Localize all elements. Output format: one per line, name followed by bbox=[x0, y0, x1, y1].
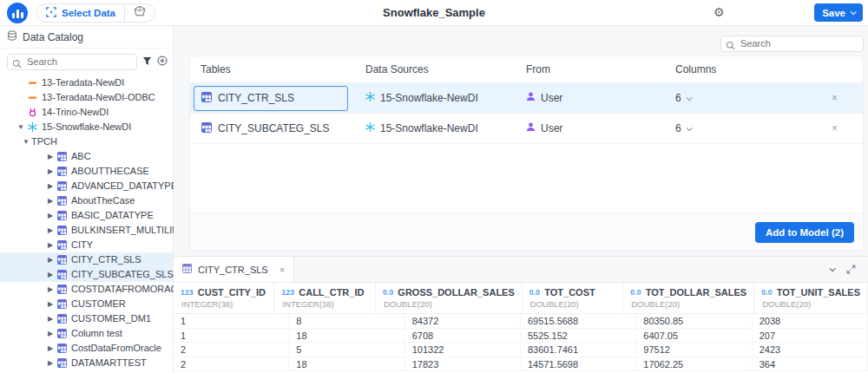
preview-tab-bar: CITY_CTR_SLS × bbox=[174, 257, 868, 283]
caret-right-icon[interactable]: ▶ bbox=[45, 359, 56, 367]
tree-item-city-ctr-sls[interactable]: ▶ CITY_CTR_SLS bbox=[0, 252, 173, 267]
caret-right-icon[interactable]: ▶ bbox=[45, 330, 56, 337]
add-to-model-button[interactable]: Add to Model (2) bbox=[755, 222, 854, 243]
preview-col-tot-unit-sales[interactable]: 0.0TOT_UNIT_SALES DOUBLE(20) bbox=[754, 283, 868, 314]
expand-panel-icon[interactable] bbox=[846, 262, 856, 278]
preview-col-call-ctr-id[interactable]: 123CALL_CTR_ID INTEGER(38) bbox=[274, 283, 375, 314]
caret-right-icon[interactable]: ▶ bbox=[45, 315, 56, 323]
table-row[interactable]: CITY_SUBCATEG_SLS 15-Snowflake-NewDI Use… bbox=[190, 114, 863, 144]
data-cell: 2 bbox=[174, 343, 289, 357]
app-logo[interactable] bbox=[7, 3, 28, 23]
caret-right-icon[interactable]: ▶ bbox=[45, 241, 56, 249]
table-name-cell[interactable]: CITY_CTR_SLS bbox=[194, 86, 348, 111]
caret-right-icon[interactable]: ▶ bbox=[45, 197, 56, 205]
int-type-icon: 123 bbox=[281, 288, 294, 297]
col-header-tables: Tables bbox=[190, 63, 355, 75]
from-cell: User bbox=[516, 122, 665, 134]
data-cell: 1 bbox=[174, 314, 289, 329]
caret-right-icon[interactable]: ▶ bbox=[45, 182, 56, 190]
sidebar-search-input[interactable] bbox=[7, 54, 137, 70]
sidebar-search-row bbox=[0, 49, 173, 74]
model-view-button[interactable] bbox=[125, 4, 155, 22]
table-row[interactable]: CITY_CTR_SLS 15-Snowflake-NewDI User 6 × bbox=[190, 83, 863, 114]
tab-close-icon[interactable]: × bbox=[279, 265, 285, 275]
user-icon bbox=[526, 122, 536, 134]
caret-right-icon[interactable]: ▶ bbox=[45, 153, 56, 160]
data-cell: 97512 bbox=[636, 343, 752, 357]
tree-item-customer-dm1[interactable]: ▶ CUSTOMER_DM1 bbox=[0, 311, 173, 326]
table-icon bbox=[56, 358, 68, 368]
tree-item-aboutthecase-upper[interactable]: ▶ ABOUTTHECASE bbox=[0, 164, 173, 179]
remove-table-button[interactable]: × bbox=[821, 122, 863, 134]
tree-item-datamarttest[interactable]: ▶ DATAMARTTEST bbox=[0, 356, 173, 370]
data-cell: 83601.7461 bbox=[521, 343, 636, 357]
tab-city-ctr-sls[interactable]: CITY_CTR_SLS × bbox=[174, 257, 294, 282]
tree-item-city[interactable]: ▶ CITY bbox=[0, 238, 173, 252]
database-icon bbox=[7, 30, 17, 43]
data-cell: 6407.05 bbox=[636, 329, 752, 344]
preview-col-gross-dollar-sales[interactable]: 0.0GROSS_DOLLAR_SALES DOUBLE(20) bbox=[376, 283, 523, 314]
tree-item-advanced-datatype[interactable]: ▶ ADVANCED_DATATYPE bbox=[0, 179, 173, 193]
double-type-icon: 0.0 bbox=[383, 288, 393, 297]
caret-right-icon[interactable]: ▶ bbox=[45, 271, 56, 278]
caret-right-icon[interactable]: ▶ bbox=[45, 256, 56, 264]
preview-col-tot-dollar-sales[interactable]: 0.0TOT_DOLLAR_SALES DOUBLE(20) bbox=[623, 283, 754, 314]
caret-right-icon[interactable]: ▶ bbox=[45, 212, 56, 219]
table-name-cell[interactable]: CITY_SUBCATEG_SLS bbox=[194, 116, 348, 141]
snowflake-icon bbox=[26, 122, 38, 132]
data-cell: 69515.5688 bbox=[521, 314, 636, 329]
columns-dropdown[interactable]: 6 bbox=[665, 92, 821, 104]
snowflake-icon bbox=[365, 92, 375, 104]
caret-right-icon[interactable]: ▶ bbox=[45, 285, 56, 293]
filter-funnel-icon[interactable] bbox=[142, 54, 152, 69]
tree-item-basic-datatype[interactable]: ▶ BASIC_DATATYPE bbox=[0, 208, 173, 223]
tree-item-costdatafromoracle[interactable]: ▶ CostDataFromOracle bbox=[0, 341, 173, 356]
preview-data-row: 2 18 17823 14571.5698 17062.25 364 bbox=[174, 357, 868, 372]
tree-item-14-trino-newdi[interactable]: 14-Trino-NewDI bbox=[0, 105, 173, 120]
table-search bbox=[720, 35, 864, 52]
table-icon bbox=[201, 122, 212, 135]
double-type-icon: 0.0 bbox=[630, 288, 641, 297]
tree-item-column-test[interactable]: ▶ Column test bbox=[0, 326, 173, 341]
card-footer: Add to Model (2) bbox=[190, 213, 863, 251]
tree-item-city-subcateg-sls[interactable]: ▶ CITY_SUBCATEG_SLS bbox=[0, 267, 173, 282]
data-source-name: 15-Snowflake-NewDI bbox=[380, 92, 478, 104]
tree-item-13-teradata-newdi[interactable]: 13-Teradata-NewDI bbox=[0, 75, 173, 90]
caret-down-icon[interactable]: ▼ bbox=[16, 123, 26, 131]
caret-right-icon[interactable]: ▶ bbox=[45, 226, 56, 234]
save-button[interactable]: Save bbox=[814, 3, 863, 22]
col-header-from: From bbox=[516, 63, 665, 75]
tree-item-customer[interactable]: ▶ CUSTOMER bbox=[0, 297, 173, 311]
caret-down-icon[interactable]: ▼ bbox=[21, 138, 31, 146]
data-source-name: 15-Snowflake-NewDI bbox=[380, 122, 478, 134]
table-icon bbox=[56, 314, 68, 324]
tree-item-costdatafromoracle-upper[interactable]: ▶ COSTDATAFROMORACLE bbox=[0, 282, 173, 297]
columns-dropdown[interactable]: 6 bbox=[665, 122, 821, 134]
settings-gear-icon[interactable]: ⚙ bbox=[713, 6, 725, 18]
tree-item-tpch[interactable]: ▼ TPCH bbox=[0, 134, 173, 149]
collapse-panel-chevron-icon[interactable] bbox=[830, 265, 836, 272]
tree-item-abc[interactable]: ▶ ABC bbox=[0, 149, 173, 164]
caret-right-icon[interactable]: ▶ bbox=[45, 344, 56, 352]
tree-item-13-teradata-newdi-odbc[interactable]: 13-Teradata-NewDI-ODBC bbox=[0, 90, 173, 105]
remove-table-button[interactable]: × bbox=[821, 92, 863, 104]
select-data-button[interactable]: Select Data bbox=[37, 4, 124, 22]
preview-data-row: 2 5 101322 83601.7461 97512 2423 bbox=[174, 343, 868, 357]
table-search-input[interactable] bbox=[720, 36, 864, 52]
preview-col-cust-city-id[interactable]: 123CUST_CITY_ID INTEGER(38) bbox=[174, 283, 274, 314]
tab-label: CITY_CTR_SLS bbox=[198, 265, 268, 275]
add-source-plus-icon[interactable] bbox=[157, 54, 168, 69]
tree-item-aboutthecase[interactable]: ▶ AboutTheCase bbox=[0, 193, 173, 208]
preview-panel: CITY_CTR_SLS × 123CUST_CITY_ID INTEGER(3… bbox=[174, 256, 868, 373]
tree-item-15-snowflake-newdi[interactable]: ▼ 15-Snowflake-NewDI bbox=[0, 120, 173, 134]
preview-col-tot-cost[interactable]: 0.0TOT_COST DOUBLE(20) bbox=[523, 283, 623, 314]
tree-item-bulkinsert-multilingual[interactable]: ▶ BULKINSERT_MULTILINGUAL bbox=[0, 223, 173, 238]
mode-switcher: Select Data bbox=[36, 3, 155, 23]
caret-right-icon[interactable]: ▶ bbox=[45, 300, 56, 308]
data-cell: 6708 bbox=[405, 329, 521, 344]
selection-area: Tables Data Sources From Columns CITY_CT… bbox=[174, 26, 868, 256]
col-header-columns: Columns bbox=[665, 63, 821, 75]
data-cell: 80350.85 bbox=[636, 314, 752, 329]
caret-right-icon[interactable]: ▶ bbox=[45, 167, 56, 175]
data-catalog-sidebar: Data Catalog 13-Teradata-NewDI bbox=[0, 26, 174, 373]
